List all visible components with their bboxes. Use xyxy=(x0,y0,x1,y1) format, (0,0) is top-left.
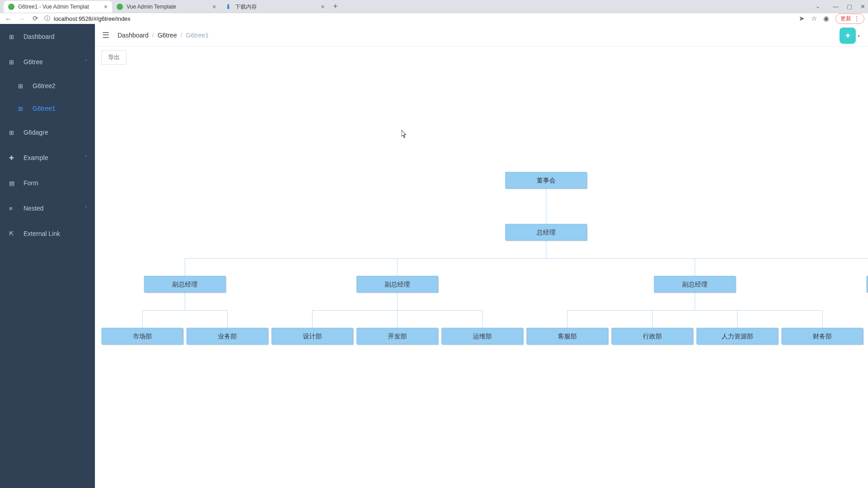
org-node-label: 副总经理 xyxy=(385,281,410,288)
breadcrumb: Dashboard / G6tree / G6tree1 xyxy=(118,32,209,39)
tab-strip: G6tree1 - Vue Admin Templat × Vue Admin … xyxy=(0,0,868,13)
breadcrumb-item[interactable]: Dashboard xyxy=(118,32,149,39)
org-node-label: 财务部 xyxy=(813,333,832,340)
org-node-label: 运维部 xyxy=(473,333,492,340)
sidebar-item-external-link[interactable]: ⇱ External Link xyxy=(0,221,95,246)
chevron-down-icon[interactable]: ⌄ xyxy=(816,3,820,9)
browser-chrome: G6tree1 - Vue Admin Templat × Vue Admin … xyxy=(0,0,868,24)
update-label: 更新 xyxy=(840,15,851,23)
star-icon[interactable]: ☆ xyxy=(811,14,817,23)
browser-tab[interactable]: Vue Admin Template × xyxy=(112,1,221,13)
new-tab-button[interactable]: + xyxy=(329,0,342,13)
toolbar-right: ➤ ☆ ◉ 更新 ⋮ xyxy=(799,14,864,24)
chevron-down-icon: ˅ xyxy=(85,155,88,161)
caret-down-icon: ▾ xyxy=(858,33,860,38)
sidebar-item-label: Form xyxy=(24,179,38,187)
chevron-up-icon: ˄ xyxy=(85,59,88,65)
org-node-label: 市场部 xyxy=(133,333,152,340)
breadcrumb-sep: / xyxy=(180,32,182,39)
window-minimize[interactable]: — xyxy=(833,3,839,10)
sidebar-item-label: Example xyxy=(24,154,48,161)
breadcrumb-sep: / xyxy=(152,32,154,39)
external-link-icon: ⇱ xyxy=(9,230,17,237)
url-box[interactable]: ⓘ localhost:9528/#/g6tree/index xyxy=(44,14,794,23)
org-node-label: 人力资源部 xyxy=(722,333,753,340)
sidebar-item-g6dagre[interactable]: ⊞ G6dagre xyxy=(0,120,95,145)
forward-button[interactable]: → xyxy=(17,15,26,23)
sidebar-item-label: G6tree2 xyxy=(33,82,56,89)
app-root: ⊞ Dashboard ⊞ G6tree ˄ ⊞ G6tree2 ⊞ G6tre… xyxy=(0,24,868,488)
url-text: localhost:9528/#/g6tree/index xyxy=(54,15,131,22)
main-panel: ☰ Dashboard / G6tree / G6tree1 ✦ ▾ 导出 董事… xyxy=(95,24,868,488)
user-menu[interactable]: ✦ ▾ xyxy=(840,28,860,44)
tab-title: 下载内容 xyxy=(235,3,318,11)
nested-icon: ≡ xyxy=(9,205,17,212)
org-tree-svg[interactable]: 董事会总经理副总经理市场部业务部副总经理设计部开发部运维部副总经理客服部行政部人… xyxy=(95,68,868,475)
export-button[interactable]: 导出 xyxy=(101,50,127,65)
org-node-label: 董事会 xyxy=(537,177,556,184)
sidebar-item-nested[interactable]: ≡ Nested ˅ xyxy=(0,196,95,221)
address-bar: ← → ⟳ ⓘ localhost:9528/#/g6tree/index ➤ … xyxy=(0,13,868,24)
close-icon[interactable]: × xyxy=(212,3,216,10)
org-chart-canvas[interactable]: 董事会总经理副总经理市场部业务部副总经理设计部开发部运维部副总经理客服部行政部人… xyxy=(95,68,868,488)
window-controls: ⌄ — ▢ ✕ xyxy=(816,0,865,13)
tab-title: Vue Admin Template xyxy=(127,4,210,10)
form-icon: ▤ xyxy=(9,180,17,187)
window-maximize[interactable]: ▢ xyxy=(847,3,852,10)
browser-tab-active[interactable]: G6tree1 - Vue Admin Templat × xyxy=(4,1,112,13)
org-node-label: 业务部 xyxy=(218,333,237,340)
close-icon[interactable]: × xyxy=(321,3,325,10)
sidebar-item-g6tree[interactable]: ⊞ G6tree ˄ xyxy=(0,49,95,75)
sidebar-item-label: G6dagre xyxy=(24,129,48,136)
hamburger-icon[interactable]: ☰ xyxy=(102,30,109,40)
org-node-label: 总经理 xyxy=(536,229,556,236)
org-node-label: 行政部 xyxy=(643,333,662,340)
sidebar-item-example[interactable]: ✚ Example ˅ xyxy=(0,145,95,170)
sidebar-item-dashboard[interactable]: ⊞ Dashboard xyxy=(0,24,95,49)
sidebar-item-label: Nested xyxy=(24,205,43,212)
breadcrumb-current: G6tree1 xyxy=(186,32,209,39)
sidebar-item-g6tree2[interactable]: ⊞ G6tree2 xyxy=(0,75,95,97)
sidebar-item-g6tree1[interactable]: ⊞ G6tree1 xyxy=(0,97,95,120)
sidebar-item-form[interactable]: ▤ Form xyxy=(0,170,95,196)
favicon-vue xyxy=(117,4,123,10)
avatar[interactable]: ✦ xyxy=(840,28,856,44)
window-close[interactable]: ✕ xyxy=(860,3,865,10)
update-button[interactable]: 更新 ⋮ xyxy=(835,14,864,24)
tree-icon: ⊞ xyxy=(18,105,26,112)
profile-icon[interactable]: ◉ xyxy=(823,14,829,23)
org-node-label: 副总经理 xyxy=(682,281,708,288)
dashboard-icon: ⊞ xyxy=(9,33,17,40)
send-icon[interactable]: ➤ xyxy=(799,14,805,23)
tree-icon: ⊞ xyxy=(18,83,26,89)
plus-icon: ✚ xyxy=(9,155,17,161)
topbar: ☰ Dashboard / G6tree / G6tree1 ✦ ▾ xyxy=(95,24,868,47)
sidebar-item-label: External Link xyxy=(24,230,60,237)
close-icon[interactable]: × xyxy=(104,3,108,10)
breadcrumb-item[interactable]: G6tree xyxy=(157,32,177,39)
tree-icon: ⊞ xyxy=(9,59,17,66)
org-node-label: 客服部 xyxy=(558,333,577,340)
browser-tab[interactable]: ⬇ 下载内容 × xyxy=(221,1,329,13)
org-node-label: 设计部 xyxy=(303,333,322,340)
chevron-down-icon: ˅ xyxy=(85,206,88,211)
download-icon: ⬇ xyxy=(225,4,231,10)
sidebar-item-label: G6tree1 xyxy=(33,105,56,112)
tree-icon: ⊞ xyxy=(9,129,17,136)
favicon-vue xyxy=(8,4,14,10)
kebab-icon: ⋮ xyxy=(854,15,859,22)
sidebar-item-label: G6tree xyxy=(24,58,43,66)
site-info-icon[interactable]: ⓘ xyxy=(44,14,50,23)
sidebar-item-label: Dashboard xyxy=(24,33,55,40)
tab-title: G6tree1 - Vue Admin Templat xyxy=(18,4,101,10)
org-node-label: 副总经理 xyxy=(172,281,198,288)
sidebar: ⊞ Dashboard ⊞ G6tree ˄ ⊞ G6tree2 ⊞ G6tre… xyxy=(0,24,95,488)
toolbar: 导出 xyxy=(95,47,868,68)
reload-button[interactable]: ⟳ xyxy=(31,14,40,23)
back-button[interactable]: ← xyxy=(4,15,13,23)
org-node-label: 开发部 xyxy=(388,333,407,340)
